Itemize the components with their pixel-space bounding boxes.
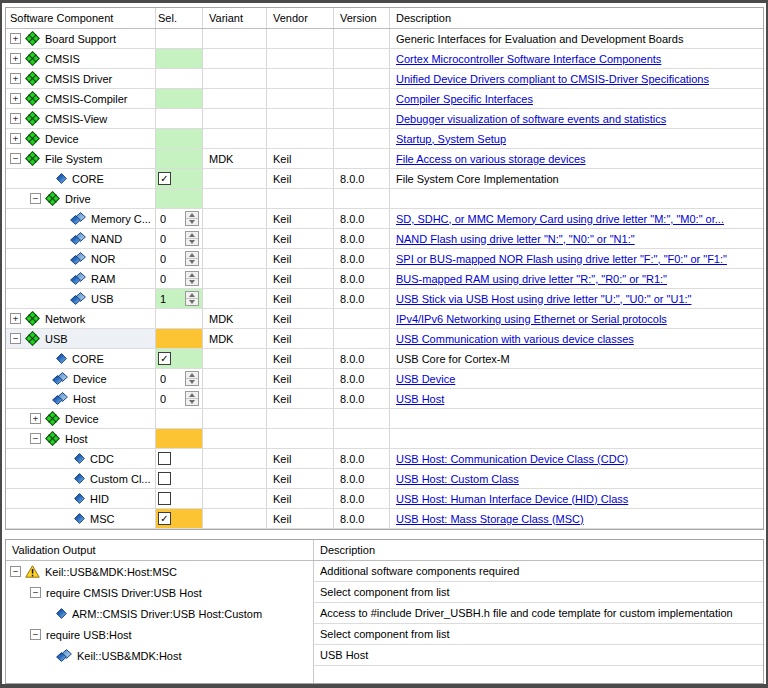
description-link[interactable]: Compiler Specific Interfaces xyxy=(396,93,533,105)
selection-cell[interactable] xyxy=(156,409,203,428)
spinner-down-icon[interactable] xyxy=(186,218,198,225)
expand-toggle[interactable]: − xyxy=(10,566,21,577)
expand-toggle[interactable]: − xyxy=(30,193,41,204)
component-name-cell[interactable]: MSC xyxy=(6,509,156,528)
description-link[interactable]: SPI or BUS-mapped NOR Flash using drive … xyxy=(396,253,727,265)
validation-item[interactable]: Keil::USB&MDK:Host xyxy=(6,645,313,666)
instance-spinner[interactable] xyxy=(185,291,199,306)
selection-cell[interactable] xyxy=(156,69,203,88)
expand-toggle[interactable]: − xyxy=(30,433,41,444)
component-name-cell[interactable]: Host xyxy=(6,389,156,408)
description-link[interactable]: USB Device xyxy=(396,373,455,385)
expand-toggle[interactable]: + xyxy=(10,73,21,84)
selection-cell[interactable]: ✓ xyxy=(156,349,203,368)
component-name-cell[interactable]: +CMSIS xyxy=(6,49,156,68)
selection-cell[interactable] xyxy=(156,49,203,68)
description-link[interactable]: USB Host xyxy=(396,393,444,405)
selection-cell[interactable]: 0 xyxy=(156,389,203,408)
component-name-cell[interactable]: +CMSIS-View xyxy=(6,109,156,128)
description-link[interactable]: IPv4/IPv6 Networking using Ethernet or S… xyxy=(396,313,667,325)
instance-spinner[interactable] xyxy=(185,391,199,406)
select-checkbox[interactable] xyxy=(158,472,171,485)
instance-spinner[interactable] xyxy=(185,371,199,386)
component-name-cell[interactable]: +CMSIS Driver xyxy=(6,69,156,88)
instance-spinner[interactable] xyxy=(185,231,199,246)
component-name-cell[interactable]: +Device xyxy=(6,129,156,148)
expand-toggle[interactable]: − xyxy=(30,629,41,640)
selection-cell[interactable] xyxy=(156,29,203,48)
select-checkbox[interactable] xyxy=(158,452,171,465)
instance-spinner[interactable] xyxy=(185,211,199,226)
expand-toggle[interactable]: + xyxy=(10,133,21,144)
selection-cell[interactable] xyxy=(156,309,203,328)
expand-toggle[interactable]: − xyxy=(30,587,41,598)
selection-cell[interactable] xyxy=(156,449,203,468)
component-name-cell[interactable]: Custom Cl... xyxy=(6,469,156,488)
selection-cell[interactable]: 0 xyxy=(156,209,203,228)
component-name-cell[interactable]: −File System xyxy=(6,149,156,168)
validation-item[interactable]: −require CMSIS Driver:USB Host xyxy=(6,582,313,603)
component-name-cell[interactable]: −Host xyxy=(6,429,156,448)
validation-item[interactable]: −require USB:Host xyxy=(6,624,313,645)
expand-toggle[interactable]: + xyxy=(10,93,21,104)
spinner-down-icon[interactable] xyxy=(186,238,198,245)
expand-toggle[interactable]: + xyxy=(10,313,21,324)
component-name-cell[interactable]: HID xyxy=(6,489,156,508)
instance-spinner[interactable] xyxy=(185,271,199,286)
validation-item[interactable]: −Keil::USB&MDK:Host:MSC xyxy=(6,561,313,582)
selection-cell[interactable]: ✓ xyxy=(156,169,203,188)
component-name-cell[interactable]: +Board Support xyxy=(6,29,156,48)
selection-cell[interactable] xyxy=(156,129,203,148)
expand-toggle[interactable]: + xyxy=(30,413,41,424)
component-name-cell[interactable]: Memory C... xyxy=(6,209,156,228)
description-link[interactable]: NAND Flash using drive letter "N:", "N0:… xyxy=(396,233,635,245)
component-name-cell[interactable]: Device xyxy=(6,369,156,388)
expand-toggle[interactable]: − xyxy=(10,333,21,344)
component-name-cell[interactable]: RAM xyxy=(6,269,156,288)
description-link[interactable]: BUS-mapped RAM using drive letter "R:", … xyxy=(396,273,667,285)
description-link[interactable]: USB Communication with various device cl… xyxy=(396,333,634,345)
spinner-down-icon[interactable] xyxy=(186,298,198,305)
select-checkbox[interactable]: ✓ xyxy=(158,172,171,185)
description-link[interactable]: USB Host: Mass Storage Class (MSC) xyxy=(396,513,584,525)
spinner-down-icon[interactable] xyxy=(186,378,198,385)
expand-toggle[interactable]: + xyxy=(10,33,21,44)
expand-toggle[interactable]: − xyxy=(10,153,21,164)
component-name-cell[interactable]: NAND xyxy=(6,229,156,248)
component-name-cell[interactable]: USB xyxy=(6,289,156,308)
instance-spinner[interactable] xyxy=(185,251,199,266)
selection-cell[interactable] xyxy=(156,149,203,168)
expand-toggle[interactable]: + xyxy=(10,53,21,64)
selection-cell[interactable] xyxy=(156,89,203,108)
component-name-cell[interactable]: CORE xyxy=(6,169,156,188)
component-name-cell[interactable]: CDC xyxy=(6,449,156,468)
spinner-down-icon[interactable] xyxy=(186,398,198,405)
select-checkbox[interactable]: ✓ xyxy=(158,512,171,525)
component-name-cell[interactable]: −USB xyxy=(6,329,156,348)
component-name-cell[interactable]: +Device xyxy=(6,409,156,428)
select-checkbox[interactable] xyxy=(158,492,171,505)
description-link[interactable]: USB Host: Custom Class xyxy=(396,473,519,485)
component-name-cell[interactable]: CORE xyxy=(6,349,156,368)
selection-cell[interactable] xyxy=(156,329,203,348)
component-name-cell[interactable]: NOR xyxy=(6,249,156,268)
description-link[interactable]: SD, SDHC, or MMC Memory Card using drive… xyxy=(396,213,724,225)
component-name-cell[interactable]: +Network xyxy=(6,309,156,328)
spinner-down-icon[interactable] xyxy=(186,258,198,265)
description-link[interactable]: Unified Device Drivers compliant to CMSI… xyxy=(396,73,709,85)
description-link[interactable]: USB Stick via USB Host using drive lette… xyxy=(396,293,691,305)
description-link[interactable]: Debugger visualization of software event… xyxy=(396,113,666,125)
validation-item[interactable]: ARM::CMSIS Driver:USB Host:Custom xyxy=(6,603,313,624)
selection-cell[interactable]: 0 xyxy=(156,269,203,288)
component-name-cell[interactable]: −Drive xyxy=(6,189,156,208)
selection-cell[interactable]: 0 xyxy=(156,369,203,388)
description-link[interactable]: USB Host: Communication Device Class (CD… xyxy=(396,453,628,465)
selection-cell[interactable] xyxy=(156,109,203,128)
selection-cell[interactable]: 0 xyxy=(156,249,203,268)
description-link[interactable]: Startup, System Setup xyxy=(396,133,506,145)
component-name-cell[interactable]: +CMSIS-Compiler xyxy=(6,89,156,108)
selection-cell[interactable] xyxy=(156,429,203,448)
selection-cell[interactable] xyxy=(156,189,203,208)
select-checkbox[interactable]: ✓ xyxy=(158,352,171,365)
expand-toggle[interactable]: + xyxy=(10,113,21,124)
